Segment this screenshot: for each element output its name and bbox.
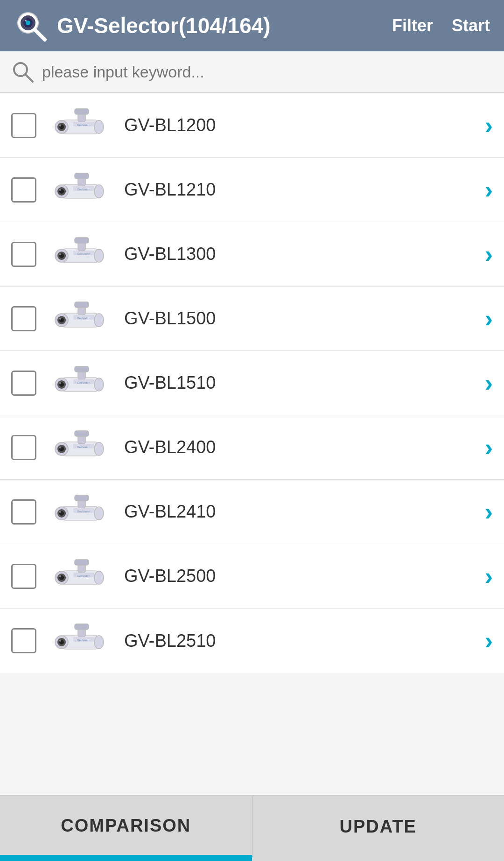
camera-image-1: GeoVision [48,102,113,149]
svg-text:GeoVision: GeoVision [77,639,90,642]
comparison-indicator [0,857,252,861]
item-checkbox-9[interactable] [11,628,36,653]
item-checkbox-7[interactable] [11,499,36,525]
list-item[interactable]: GeoVision GV-BL1200 › [0,93,504,158]
item-name-7: GV-BL2410 [124,502,485,522]
item-checkbox-1[interactable] [11,113,36,138]
item-name-5: GV-BL1510 [124,373,485,393]
item-name-6: GV-BL2400 [124,437,485,457]
svg-point-73 [94,507,104,520]
camera-image-5: GeoVision [48,360,113,406]
app-header: GV-Selector(104/164) Filter Start [0,0,504,51]
item-name-4: GV-BL1500 [124,308,485,329]
search-icon [11,60,35,84]
app-title: GV-Selector(104/164) [57,13,392,38]
svg-point-13 [94,120,104,133]
item-checkbox-2[interactable] [11,177,36,203]
svg-text:GeoVision: GeoVision [77,188,90,191]
item-chevron-6[interactable]: › [485,435,493,460]
svg-point-83 [94,571,104,584]
svg-rect-85 [75,560,89,565]
item-name-8: GV-BL2500 [124,566,485,586]
svg-text:GeoVision: GeoVision [77,317,90,320]
svg-rect-75 [75,495,89,501]
svg-point-22 [59,189,61,191]
svg-text:GeoVision: GeoVision [77,252,90,255]
camera-image-7: GeoVision [48,489,113,535]
svg-text:GeoVision: GeoVision [77,510,90,513]
update-button[interactable]: UPDATE [252,796,504,857]
update-indicator [252,857,504,861]
item-checkbox-8[interactable] [11,564,36,589]
svg-rect-15 [75,109,89,114]
svg-point-3 [26,21,30,25]
camera-image-8: GeoVision [48,553,113,600]
svg-point-82 [59,575,61,577]
svg-point-33 [94,249,104,262]
item-chevron-2[interactable]: › [485,178,493,202]
camera-image-4: GeoVision [48,295,113,342]
comparison-button[interactable]: COMPARISON [0,796,252,857]
item-name-9: GV-BL2510 [124,631,485,651]
item-checkbox-6[interactable] [11,435,36,460]
svg-rect-95 [75,624,89,630]
svg-point-93 [94,636,104,649]
svg-point-32 [59,253,61,255]
camera-image-9: GeoVision [48,617,113,664]
svg-line-7 [25,74,33,82]
svg-point-4 [25,20,27,21]
bottom-bar: COMPARISON UPDATE [0,795,504,857]
item-chevron-4[interactable]: › [485,307,493,331]
search-input[interactable] [42,63,493,81]
list-item[interactable]: GeoVision GV-BL2410 › [0,480,504,544]
item-checkbox-4[interactable] [11,306,36,331]
svg-point-23 [94,185,104,198]
list-item[interactable]: GeoVision GV-BL1500 › [0,287,504,351]
svg-rect-65 [75,431,89,436]
svg-point-43 [94,314,104,327]
svg-rect-45 [75,302,89,308]
filter-button[interactable]: Filter [392,16,433,35]
item-name-3: GV-BL1300 [124,244,485,264]
svg-line-5 [35,30,45,40]
item-name-2: GV-BL1210 [124,180,485,200]
svg-rect-35 [75,238,89,243]
svg-text:GeoVision: GeoVision [77,381,90,384]
svg-text:GeoVision: GeoVision [77,124,90,126]
svg-rect-55 [75,366,89,372]
svg-point-52 [59,382,61,384]
item-chevron-7[interactable]: › [485,500,493,524]
svg-point-63 [94,442,104,455]
item-chevron-3[interactable]: › [485,242,493,266]
item-chevron-1[interactable]: › [485,113,493,138]
svg-point-72 [59,511,61,513]
svg-point-62 [59,447,61,448]
camera-list: GeoVision GV-BL1200 › GeoV [0,93,504,795]
svg-point-42 [59,318,61,320]
start-button[interactable]: Start [452,16,490,35]
camera-image-3: GeoVision [48,231,113,278]
item-name-1: GV-BL1200 [124,115,485,135]
list-item[interactable]: GeoVision GV-BL1210 › [0,158,504,222]
item-chevron-9[interactable]: › [485,629,493,653]
svg-text:GeoVision: GeoVision [77,574,90,577]
svg-point-53 [94,378,104,391]
list-item[interactable]: GeoVision GV-BL2510 › [0,609,504,673]
svg-point-12 [59,125,61,126]
svg-text:GeoVision: GeoVision [77,446,90,448]
camera-image-6: GeoVision [48,424,113,471]
list-item[interactable]: GeoVision GV-BL1300 › [0,222,504,287]
search-bar [0,51,504,93]
list-item[interactable]: GeoVision GV-BL2500 › [0,544,504,609]
app-logo-icon [14,9,48,42]
item-chevron-8[interactable]: › [485,564,493,588]
list-item[interactable]: GeoVision GV-BL1510 › [0,351,504,415]
list-item[interactable]: GeoVision GV-BL2400 › [0,415,504,480]
item-checkbox-5[interactable] [11,371,36,396]
svg-rect-25 [75,173,89,179]
camera-image-2: GeoVision [48,167,113,213]
item-checkbox-3[interactable] [11,242,36,267]
item-chevron-5[interactable]: › [485,371,493,395]
svg-point-92 [59,640,61,642]
